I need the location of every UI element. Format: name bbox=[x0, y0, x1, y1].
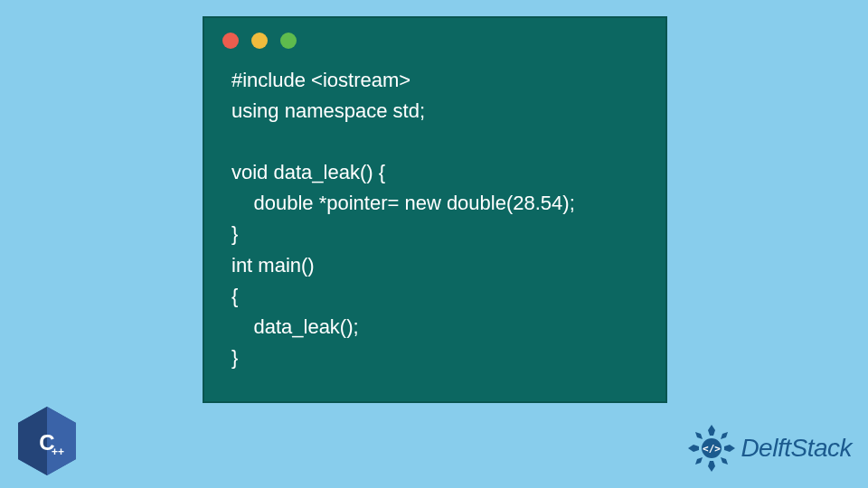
window-controls bbox=[204, 18, 665, 58]
delftstack-logo: </> DelftStack bbox=[686, 423, 852, 474]
maximize-dot-icon bbox=[280, 33, 297, 49]
delftstack-icon: </> bbox=[686, 423, 737, 474]
svg-text:</>: </> bbox=[703, 443, 721, 455]
close-dot-icon bbox=[222, 33, 239, 49]
code-window: #include <iostream> using namespace std;… bbox=[203, 16, 667, 403]
delftstack-brand-text: DelftStack bbox=[741, 434, 852, 463]
cpp-plusplus: ++ bbox=[52, 446, 64, 458]
code-content: #include <iostream> using namespace std;… bbox=[204, 58, 665, 391]
minimize-dot-icon bbox=[251, 33, 268, 49]
cpp-badge-icon: C ++ bbox=[14, 405, 80, 477]
